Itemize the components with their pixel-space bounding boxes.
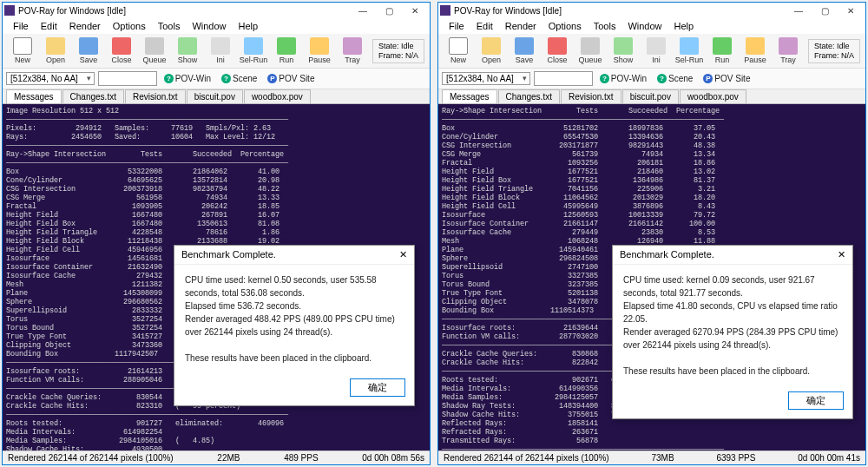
dialog-titlebar[interactable]: Benchmark Complete. ✕ bbox=[174, 246, 414, 265]
menu-render[interactable]: Render bbox=[500, 20, 542, 32]
dialog-title: Benchmark Complete. bbox=[181, 249, 276, 260]
dialog-line: Elapsed time 41.80 seconds, CPU vs elaps… bbox=[623, 299, 842, 326]
maximize-button[interactable]: ▢ bbox=[376, 3, 402, 17]
menu-help[interactable]: Help bbox=[669, 20, 700, 32]
resolution-combo[interactable]: [512x384, No AA] bbox=[6, 72, 95, 85]
tab-revision[interactable]: Revision.txt bbox=[125, 89, 186, 103]
scene-help-button[interactable]: ?Scene bbox=[218, 74, 260, 83]
tab-messages[interactable]: Messages bbox=[6, 89, 62, 103]
benchmark-dialog-right: Benchmark Complete. ✕ CPU time used: ker… bbox=[612, 245, 853, 419]
toolbar: New Open Save Close Queue Show Ini Sel-R… bbox=[3, 34, 430, 69]
menu-window[interactable]: Window bbox=[622, 20, 667, 32]
dialog-line: These results have been placed in the cl… bbox=[623, 365, 842, 378]
tray-button[interactable]: Tray bbox=[772, 36, 805, 66]
new-button[interactable]: New bbox=[6, 36, 39, 66]
dialog-body: CPU time used: kernel 0.50 seconds, user… bbox=[174, 265, 414, 373]
scene-help-button[interactable]: ?Scene bbox=[654, 74, 696, 83]
close-button[interactable]: ✕ bbox=[402, 3, 428, 17]
povwin-help-button[interactable]: ?POV-Win bbox=[596, 74, 650, 83]
close-button-tb[interactable]: Close bbox=[105, 36, 138, 66]
resolution-combo[interactable]: [512x384, No AA] bbox=[442, 72, 530, 85]
tray-button[interactable]: Tray bbox=[336, 36, 369, 66]
menu-tools[interactable]: Tools bbox=[153, 20, 186, 32]
dialog-line: These results have been placed in the cl… bbox=[185, 352, 404, 365]
ini-button[interactable]: Ini bbox=[204, 36, 237, 66]
tab-woodbox[interactable]: woodbox.pov bbox=[244, 89, 311, 103]
window-title: POV-Ray for Windows [Idle] bbox=[454, 6, 786, 16]
window-title: POV-Ray for Windows [Idle] bbox=[18, 6, 350, 16]
dialog-titlebar[interactable]: Benchmark Complete. ✕ bbox=[613, 246, 852, 265]
menu-render[interactable]: Render bbox=[64, 20, 106, 32]
tab-changes[interactable]: Changes.txt bbox=[62, 89, 124, 103]
povsite-button[interactable]: PPOV Site bbox=[700, 74, 753, 83]
tab-revision[interactable]: Revision.txt bbox=[561, 89, 621, 103]
benchmark-dialog-left: Benchmark Complete. ✕ CPU time used: ker… bbox=[174, 245, 415, 406]
app-icon bbox=[440, 5, 450, 16]
menu-file[interactable]: File bbox=[444, 20, 470, 32]
dialog-title: Benchmark Complete. bbox=[620, 249, 714, 260]
ok-button[interactable]: 确定 bbox=[350, 378, 405, 397]
queue-button[interactable]: Queue bbox=[574, 36, 607, 66]
save-button[interactable]: Save bbox=[508, 36, 541, 66]
ok-button[interactable]: 确定 bbox=[788, 391, 844, 410]
minimize-button[interactable]: — bbox=[786, 3, 812, 17]
close-button-tb[interactable]: Close bbox=[541, 36, 574, 66]
new-button[interactable]: New bbox=[442, 36, 475, 66]
minimize-button[interactable]: — bbox=[350, 3, 376, 17]
menu-edit[interactable]: Edit bbox=[36, 20, 62, 32]
pause-button[interactable]: Pause bbox=[303, 36, 336, 66]
run-button[interactable]: Run bbox=[706, 36, 739, 66]
cmdline-input[interactable] bbox=[98, 71, 157, 86]
tab-woodbox[interactable]: woodbox.pov bbox=[680, 89, 746, 103]
dialog-line: Render averaged 6270.94 PPS (284.39 PPS … bbox=[623, 326, 842, 352]
selrun-button[interactable]: Sel-Run bbox=[237, 36, 270, 66]
menu-help[interactable]: Help bbox=[233, 20, 264, 32]
close-button[interactable]: ✕ bbox=[838, 3, 864, 17]
cmdline-input[interactable] bbox=[534, 71, 593, 86]
tab-changes[interactable]: Changes.txt bbox=[498, 89, 560, 103]
menubar: File Edit Render Options Tools Window He… bbox=[3, 18, 430, 34]
statusbar: Rendered 262144 of 262144 pixels (100%) … bbox=[3, 451, 430, 464]
dialog-close-icon[interactable]: ✕ bbox=[838, 249, 845, 260]
menu-options[interactable]: Options bbox=[543, 20, 587, 32]
tab-biscuit[interactable]: biscuit.pov bbox=[187, 89, 243, 103]
render-state-box: State: IdleFrame: N/A bbox=[372, 39, 424, 63]
status-time: 0d 00h 00m 41s bbox=[798, 453, 860, 463]
titlebar[interactable]: POV-Ray for Windows [Idle] — ▢ ✕ bbox=[438, 3, 865, 18]
show-button[interactable]: Show bbox=[171, 36, 204, 66]
titlebar[interactable]: POV-Ray for Windows [Idle] — ▢ ✕ bbox=[3, 3, 430, 18]
tab-messages[interactable]: Messages bbox=[442, 89, 497, 103]
render-state-box: State: IdleFrame: N/A bbox=[808, 39, 860, 63]
menu-window[interactable]: Window bbox=[187, 20, 231, 32]
dialog-close-icon[interactable]: ✕ bbox=[399, 249, 407, 260]
povwin-help-button[interactable]: ?POV-Win bbox=[161, 74, 214, 83]
status-mem: 22MB bbox=[217, 453, 240, 463]
toolbar-row-2: [512x384, No AA] ?POV-Win ?Scene PPOV Si… bbox=[3, 69, 430, 89]
run-button[interactable]: Run bbox=[270, 36, 303, 66]
dialog-line: Elapsed time 536.72 seconds. bbox=[185, 299, 404, 312]
open-button[interactable]: Open bbox=[475, 36, 508, 66]
menu-edit[interactable]: Edit bbox=[471, 20, 498, 32]
pause-button[interactable]: Pause bbox=[739, 36, 772, 66]
save-button[interactable]: Save bbox=[72, 36, 105, 66]
queue-button[interactable]: Queue bbox=[138, 36, 171, 66]
dialog-line: CPU time used: kernel 0.09 seconds, user… bbox=[623, 273, 842, 299]
app-icon bbox=[4, 5, 15, 16]
status-mem: 73MB bbox=[652, 453, 674, 463]
dialog-line: Render averaged 488.42 PPS (489.00 PPS C… bbox=[185, 312, 404, 339]
show-button[interactable]: Show bbox=[607, 36, 640, 66]
menubar: File Edit Render Options Tools Window He… bbox=[438, 18, 865, 34]
tab-biscuit[interactable]: biscuit.pov bbox=[622, 89, 679, 103]
statusbar: Rendered 262144 of 262144 pixels (100%) … bbox=[438, 451, 865, 464]
status-time: 0d 00h 08m 56s bbox=[362, 453, 424, 463]
tabbar: Messages Changes.txt Revision.txt biscui… bbox=[3, 89, 430, 104]
povsite-button[interactable]: PPOV Site bbox=[264, 74, 318, 83]
dialog-line: CPU time used: kernel 0.50 seconds, user… bbox=[185, 273, 404, 299]
open-button[interactable]: Open bbox=[39, 36, 72, 66]
menu-file[interactable]: File bbox=[8, 20, 34, 32]
selrun-button[interactable]: Sel-Run bbox=[673, 36, 706, 66]
menu-options[interactable]: Options bbox=[108, 20, 151, 32]
maximize-button[interactable]: ▢ bbox=[812, 3, 838, 17]
ini-button[interactable]: Ini bbox=[640, 36, 673, 66]
menu-tools[interactable]: Tools bbox=[589, 20, 621, 32]
